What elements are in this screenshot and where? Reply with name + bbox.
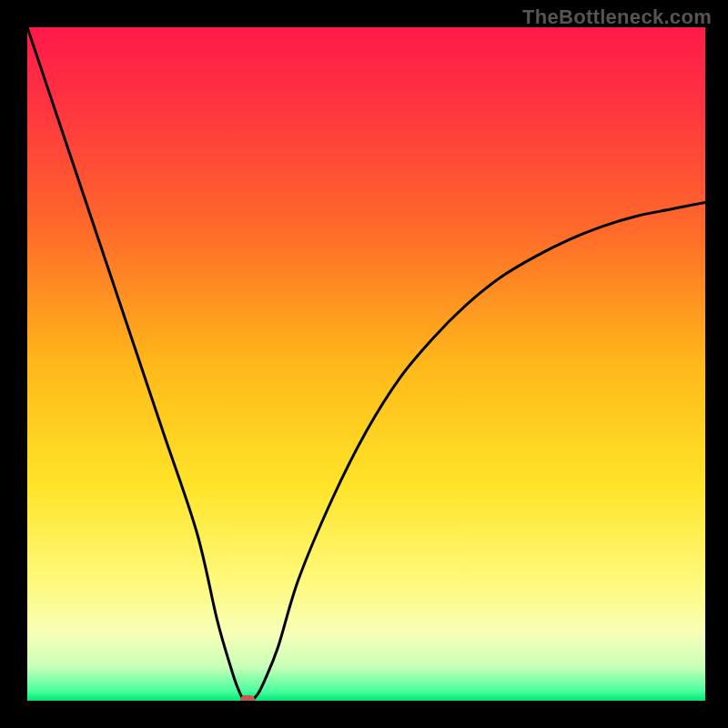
watermark-text: TheBottleneck.com — [522, 5, 712, 29]
bottleneck-chart — [27, 27, 705, 701]
chart-background — [27, 27, 705, 701]
chart-frame: TheBottleneck.com — [0, 0, 728, 728]
minimum-marker — [240, 695, 255, 701]
